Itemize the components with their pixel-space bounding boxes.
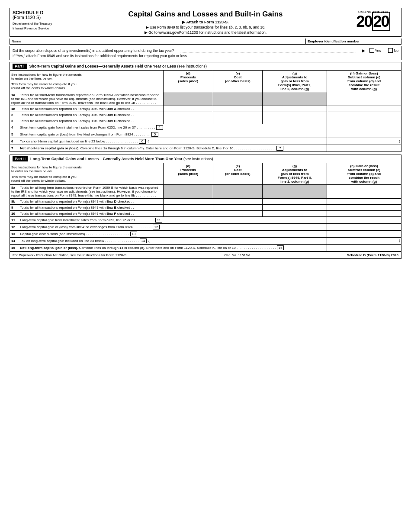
part1-g-header: (g) Adjustments to gain or loss from For… — [263, 71, 327, 92]
schedule-d-label: SCHEDULE D — [13, 10, 63, 15]
row-8a-e[interactable] — [213, 185, 263, 199]
row-3: 3 Totals for all transactions reported o… — [10, 118, 401, 124]
row-1a-h[interactable] — [327, 92, 401, 106]
no-checkbox[interactable] — [388, 48, 393, 53]
row-11-h[interactable] — [327, 217, 401, 224]
row-9-e[interactable] — [213, 205, 263, 211]
yes-checkbox[interactable] — [369, 48, 374, 53]
row-14: 14 Tax on long-term capital gain include… — [10, 238, 401, 245]
row-9-d[interactable] — [164, 205, 213, 211]
row-12-h[interactable] — [327, 224, 401, 231]
row-1a-g[interactable] — [263, 92, 327, 106]
row-3-d[interactable] — [164, 118, 213, 124]
row-2-h[interactable] — [327, 112, 401, 118]
row-2-e[interactable] — [213, 112, 263, 118]
row-8a-g[interactable] — [263, 185, 327, 199]
qof-row: Did the corporation dispose of any inves… — [10, 46, 401, 60]
paperwork-notice: For Paperwork Reduction Act Notice, see … — [13, 253, 127, 257]
row-13-h[interactable] — [327, 231, 401, 238]
page: SCHEDULE D (Form 1120-S) Department of t… — [0, 0, 411, 264]
name-ein-row: Name Employer identification number — [10, 39, 401, 45]
row-10-h[interactable] — [327, 211, 401, 217]
row-3-e[interactable] — [213, 118, 263, 124]
header-left: SCHEDULE D (Form 1120-S) Department of t… — [10, 8, 66, 32]
part2-label: Part II — [13, 156, 28, 161]
part1-h-header: (h) Gain or (loss) Subtract column (e) f… — [327, 71, 401, 92]
part2-e-header: (e) Cost (or other basis) — [213, 163, 263, 185]
row-5: 5 Short-term capital gain or (loss) from… — [10, 131, 401, 138]
form-header: SCHEDULE D (Form 1120-S) Department of t… — [10, 8, 401, 37]
row-10: 10 Totals for all transactions reported … — [10, 211, 401, 217]
row-3-h[interactable] — [327, 118, 401, 124]
row-10-d[interactable] — [164, 211, 213, 217]
no-checkbox-label: No — [388, 48, 398, 53]
row-10-g[interactable] — [263, 211, 327, 217]
cat-number: Cat. No. 11516V — [225, 253, 250, 257]
dept-text: Department of the Treasury Internal Reve… — [13, 22, 63, 31]
row-1b-d[interactable] — [164, 106, 213, 112]
yes-checkbox-label: Yes — [369, 48, 381, 53]
header-right: OMB No. 1545-0123 2020 — [345, 8, 401, 31]
instruction1: ▶ Use Form 8949 to list your transaction… — [71, 25, 340, 29]
row-5-h[interactable] — [327, 131, 401, 138]
part2-header-row: Part II Long-Term Capital Gains and Loss… — [10, 155, 401, 163]
row-8b-h[interactable] — [327, 199, 401, 205]
row-1a-d[interactable] — [164, 92, 213, 106]
part2-desc-header: See instructions for how to figure the a… — [10, 163, 164, 185]
row-8b-d[interactable] — [164, 199, 213, 205]
row-1b-g[interactable] — [263, 106, 327, 112]
row-9-g[interactable] — [263, 205, 327, 211]
row-8a-d[interactable] — [164, 185, 213, 199]
ein-cell[interactable]: Employer identification number — [306, 39, 401, 44]
row-1a: 1a Totals for all short-term transaction… — [10, 92, 401, 106]
part2-g-header: (g) Adjustments to gain or loss from For… — [263, 163, 327, 185]
part2-col-headers: See instructions for how to figure the a… — [10, 163, 401, 185]
row-2: 2 Totals for all transactions reported o… — [10, 112, 401, 118]
part2-d-header: (d) Proceeds (sales price) — [164, 163, 213, 185]
row-2-g[interactable] — [263, 112, 327, 118]
row-8b: 8b Totals for all transactions reported … — [10, 199, 401, 205]
part2-h-header: (h) Gain or (loss) Subtract column (e) f… — [327, 163, 401, 185]
row-8b-e[interactable] — [213, 199, 263, 205]
row-12: 12 Long-term capital gain or (loss) from… — [10, 224, 401, 231]
year-display: 2020 — [356, 14, 390, 29]
row-6-h[interactable]: ) — [327, 138, 401, 145]
row-14-h[interactable]: ) — [327, 238, 401, 245]
part1-label: Part I — [13, 64, 27, 69]
form-footer: For Paperwork Reduction Act Notice, see … — [10, 251, 401, 259]
part1-desc-header: See instructions for how to figure the a… — [10, 71, 164, 92]
row-7-h[interactable] — [327, 145, 401, 152]
part1-table: See instructions for how to figure the a… — [10, 70, 401, 152]
part1-e-header: (e) Cost (or other basis) — [213, 71, 263, 92]
instruction2: ▶ Go to www.irs.gov/Form1120S for instru… — [71, 30, 340, 35]
row-8a-h[interactable] — [327, 185, 401, 199]
qof-line1: Did the corporation dispose of any inves… — [13, 48, 398, 53]
attach-line: ▶ Attach to Form 1120-S. — [71, 20, 340, 24]
part2-title: Long-Term Capital Gains and Losses—Gener… — [30, 157, 213, 161]
row-1b: 1b Totals for all transactions reported … — [10, 106, 401, 112]
name-cell[interactable]: Name — [10, 39, 306, 44]
row-9-h[interactable] — [327, 205, 401, 211]
row-2-d[interactable] — [164, 112, 213, 118]
part1-title: Short-Term Capital Gains and Losses—Gene… — [29, 64, 207, 68]
part1-d-header: (d) Proceeds (sales price) — [164, 71, 213, 92]
row-13: 13 Capital gain distributions (see instr… — [10, 231, 401, 238]
row-15: 15 Net long-term capital gain or (loss).… — [10, 245, 401, 251]
row-1b-h[interactable] — [327, 106, 401, 112]
row-3-g[interactable] — [263, 118, 327, 124]
row-7: 7 Net short-term capital gain or (loss).… — [10, 145, 401, 152]
row-4: 4 Short-term capital gain from installme… — [10, 124, 401, 131]
row-8b-g[interactable] — [263, 199, 327, 205]
row-1a-e[interactable] — [213, 92, 263, 106]
part1-col-headers: See instructions for how to figure the a… — [10, 71, 401, 92]
row-1b-e[interactable] — [213, 106, 263, 112]
row-15-h[interactable] — [327, 245, 401, 251]
row-9: 9 Totals for all transactions reported o… — [10, 205, 401, 211]
row-10-e[interactable] — [213, 211, 263, 217]
schedule-reference: Schedule D (Form 1120-S) 2020 — [347, 253, 398, 257]
header-center: Capital Gains and Losses and Built-in Ga… — [66, 8, 345, 36]
row-6: 6 Tax on short-term capital gain include… — [10, 138, 401, 145]
row-4-h[interactable] — [327, 124, 401, 131]
qof-line2: If "Yes," attach Form 8949 and see its i… — [13, 54, 398, 58]
part1-header-row: Part I Short-Term Capital Gains and Loss… — [10, 62, 401, 70]
